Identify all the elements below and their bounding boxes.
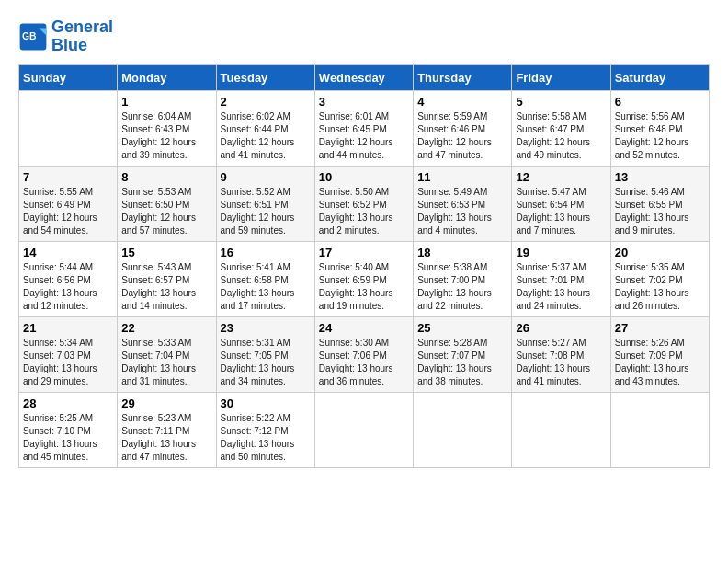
calendar-cell: 19Sunrise: 5:37 AMSunset: 7:01 PMDayligh… [512,241,610,316]
calendar-cell: 26Sunrise: 5:27 AMSunset: 7:08 PMDayligh… [512,316,610,392]
calendar-week-row: 7Sunrise: 5:55 AMSunset: 6:49 PMDaylight… [19,166,710,241]
day-number: 22 [121,321,211,335]
calendar-cell: 17Sunrise: 5:40 AMSunset: 6:59 PMDayligh… [314,241,413,316]
calendar-cell: 20Sunrise: 5:35 AMSunset: 7:02 PMDayligh… [610,241,709,316]
calendar-cell: 24Sunrise: 5:30 AMSunset: 7:06 PMDayligh… [314,316,413,392]
day-number: 6 [615,95,705,109]
calendar-cell: 8Sunrise: 5:53 AMSunset: 6:50 PMDaylight… [118,166,216,241]
calendar-cell [314,392,413,467]
day-info: Sunrise: 5:33 AMSunset: 7:04 PMDaylight:… [121,337,211,388]
day-info: Sunrise: 5:30 AMSunset: 7:06 PMDaylight:… [319,337,409,388]
calendar-cell: 30Sunrise: 5:22 AMSunset: 7:12 PMDayligh… [216,392,314,467]
calendar-cell: 3Sunrise: 6:01 AMSunset: 6:45 PMDaylight… [314,90,413,166]
day-info: Sunrise: 5:53 AMSunset: 6:50 PMDaylight:… [121,186,211,237]
calendar-cell: 4Sunrise: 5:59 AMSunset: 6:46 PMDaylight… [414,90,512,166]
day-number: 2 [221,95,311,109]
calendar-cell: 27Sunrise: 5:26 AMSunset: 7:09 PMDayligh… [610,316,709,392]
day-info: Sunrise: 5:49 AMSunset: 6:53 PMDaylight:… [417,186,507,237]
calendar-header-row: SundayMondayTuesdayWednesdayThursdayFrid… [19,64,710,90]
day-number: 9 [221,170,311,184]
day-number: 24 [319,321,409,335]
day-info: Sunrise: 5:22 AMSunset: 7:12 PMDaylight:… [221,412,311,464]
calendar-cell [512,392,610,467]
day-info: Sunrise: 5:56 AMSunset: 6:48 PMDaylight:… [615,110,705,162]
day-number: 5 [516,95,606,109]
day-info: Sunrise: 5:59 AMSunset: 6:46 PMDaylight:… [417,110,507,162]
calendar-cell: 11Sunrise: 5:49 AMSunset: 6:53 PMDayligh… [414,166,512,241]
day-number: 21 [23,321,113,335]
svg-text:GB: GB [22,31,37,41]
weekday-header-sunday: Sunday [19,64,118,90]
day-info: Sunrise: 5:27 AMSunset: 7:08 PMDaylight:… [516,337,606,388]
day-number: 8 [121,170,211,184]
logo-line1: General [51,17,113,36]
calendar-week-row: 21Sunrise: 5:34 AMSunset: 7:03 PMDayligh… [19,316,710,392]
day-number: 12 [516,170,606,184]
weekday-header-thursday: Thursday [414,64,512,90]
day-number: 17 [319,246,409,259]
day-number: 14 [23,246,113,259]
day-info: Sunrise: 6:02 AMSunset: 6:44 PMDaylight:… [221,110,311,162]
day-info: Sunrise: 5:23 AMSunset: 7:11 PMDaylight:… [121,412,211,464]
calendar-cell: 9Sunrise: 5:52 AMSunset: 6:51 PMDaylight… [216,166,314,241]
calendar-cell: 23Sunrise: 5:31 AMSunset: 7:05 PMDayligh… [216,316,314,392]
day-info: Sunrise: 5:31 AMSunset: 7:05 PMDaylight:… [221,337,311,388]
day-number: 11 [417,170,507,184]
calendar-cell: 18Sunrise: 5:38 AMSunset: 7:00 PMDayligh… [414,241,512,316]
day-number: 29 [121,396,211,410]
day-info: Sunrise: 5:47 AMSunset: 6:54 PMDaylight:… [516,186,606,237]
day-info: Sunrise: 6:01 AMSunset: 6:45 PMDaylight:… [319,110,409,162]
day-number: 23 [221,321,311,335]
calendar-cell: 12Sunrise: 5:47 AMSunset: 6:54 PMDayligh… [512,166,610,241]
day-number: 13 [615,170,705,184]
day-number: 20 [615,246,705,259]
logo-line2: Blue [51,36,87,54]
day-number: 16 [221,246,311,259]
day-info: Sunrise: 5:41 AMSunset: 6:58 PMDaylight:… [221,261,311,313]
day-number: 18 [417,246,507,259]
weekday-header-saturday: Saturday [610,64,709,90]
day-info: Sunrise: 6:04 AMSunset: 6:43 PMDaylight:… [121,110,211,162]
day-number: 26 [516,321,606,335]
calendar-cell: 25Sunrise: 5:28 AMSunset: 7:07 PMDayligh… [414,316,512,392]
day-number: 7 [23,170,113,184]
weekday-header-monday: Monday [118,64,216,90]
weekday-header-wednesday: Wednesday [314,64,413,90]
day-number: 28 [23,396,113,410]
day-info: Sunrise: 5:58 AMSunset: 6:47 PMDaylight:… [516,110,606,162]
day-number: 15 [121,246,211,259]
calendar-cell: 21Sunrise: 5:34 AMSunset: 7:03 PMDayligh… [19,316,118,392]
day-info: Sunrise: 5:44 AMSunset: 6:56 PMDaylight:… [23,261,113,313]
day-info: Sunrise: 5:52 AMSunset: 6:51 PMDaylight:… [221,186,311,237]
day-info: Sunrise: 5:26 AMSunset: 7:09 PMDaylight:… [615,337,705,388]
calendar-week-row: 1Sunrise: 6:04 AMSunset: 6:43 PMDaylight… [19,90,710,166]
calendar-cell: 28Sunrise: 5:25 AMSunset: 7:10 PMDayligh… [19,392,118,467]
day-info: Sunrise: 5:28 AMSunset: 7:07 PMDaylight:… [417,337,507,388]
day-info: Sunrise: 5:43 AMSunset: 6:57 PMDaylight:… [121,261,211,313]
weekday-header-tuesday: Tuesday [216,64,314,90]
day-number: 25 [417,321,507,335]
calendar-cell: 22Sunrise: 5:33 AMSunset: 7:04 PMDayligh… [118,316,216,392]
calendar-week-row: 14Sunrise: 5:44 AMSunset: 6:56 PMDayligh… [19,241,710,316]
day-info: Sunrise: 5:35 AMSunset: 7:02 PMDaylight:… [615,261,705,313]
calendar-cell: 6Sunrise: 5:56 AMSunset: 6:48 PMDaylight… [610,90,709,166]
weekday-header-friday: Friday [512,64,610,90]
day-number: 30 [221,396,311,410]
day-info: Sunrise: 5:50 AMSunset: 6:52 PMDaylight:… [319,186,409,237]
calendar-cell: 1Sunrise: 6:04 AMSunset: 6:43 PMDaylight… [118,90,216,166]
day-number: 10 [319,170,409,184]
calendar-cell: 16Sunrise: 5:41 AMSunset: 6:58 PMDayligh… [216,241,314,316]
calendar-week-row: 28Sunrise: 5:25 AMSunset: 7:10 PMDayligh… [19,392,710,467]
page-header: GB General Blue [18,18,710,55]
day-info: Sunrise: 5:55 AMSunset: 6:49 PMDaylight:… [23,186,113,237]
calendar-cell [19,90,118,166]
day-number: 27 [615,321,705,335]
day-number: 3 [319,95,409,109]
day-number: 1 [121,95,211,109]
calendar-table: SundayMondayTuesdayWednesdayThursdayFrid… [18,64,710,468]
day-info: Sunrise: 5:38 AMSunset: 7:00 PMDaylight:… [417,261,507,313]
calendar-cell [610,392,709,467]
calendar-cell: 10Sunrise: 5:50 AMSunset: 6:52 PMDayligh… [314,166,413,241]
day-info: Sunrise: 5:40 AMSunset: 6:59 PMDaylight:… [319,261,409,313]
day-info: Sunrise: 5:34 AMSunset: 7:03 PMDaylight:… [23,337,113,388]
